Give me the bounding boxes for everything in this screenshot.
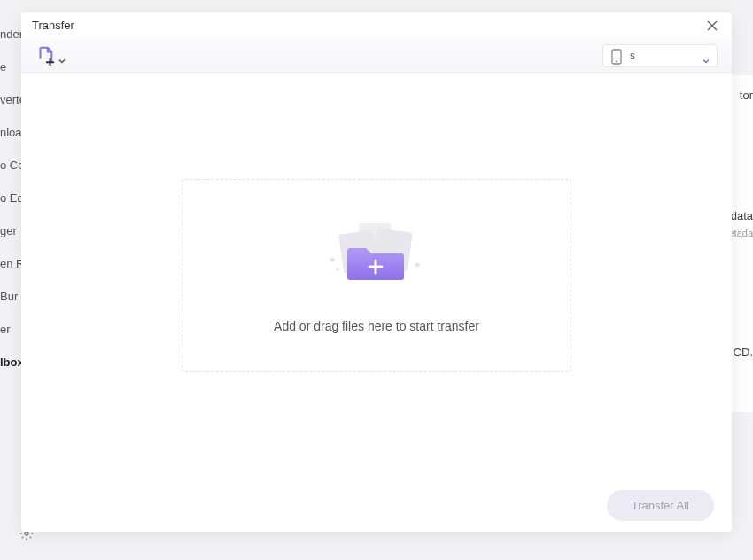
modal-title: Transfer [32, 19, 74, 32]
device-select[interactable]: s [602, 44, 718, 67]
add-file-icon [35, 46, 55, 66]
bg-text: data [728, 209, 753, 223]
modal-footer: Transfer All [21, 478, 732, 532]
file-drop-zone[interactable]: Add or drag files here to start transfer [182, 179, 571, 372]
transfer-all-button[interactable]: Transfer All [607, 490, 714, 521]
modal-body: Add or drag files here to start transfer [21, 73, 732, 478]
close-icon [707, 20, 718, 31]
svg-marker-11 [336, 268, 339, 271]
bg-right-fragments: tor data etada CD. [728, 89, 753, 365]
phone-icon [610, 49, 623, 63]
transfer-modal: Transfer [21, 12, 732, 532]
chevron-down-icon [703, 52, 710, 59]
bg-text: etada [728, 228, 753, 239]
modal-header: Transfer [21, 12, 732, 39]
close-button[interactable] [703, 17, 721, 35]
drop-zone-instruction: Add or drag files here to start transfer [274, 319, 479, 333]
svg-marker-10 [330, 257, 335, 262]
chevron-down-icon [58, 52, 66, 59]
modal-toolbar: s [21, 39, 732, 73]
folder-plus-icon [323, 218, 430, 289]
add-file-button[interactable] [35, 46, 66, 66]
svg-point-0 [25, 532, 28, 535]
device-selected-label: s [630, 50, 695, 62]
bg-text: CD. [728, 346, 753, 360]
svg-marker-12 [415, 262, 420, 268]
bg-text: tor [728, 89, 753, 103]
